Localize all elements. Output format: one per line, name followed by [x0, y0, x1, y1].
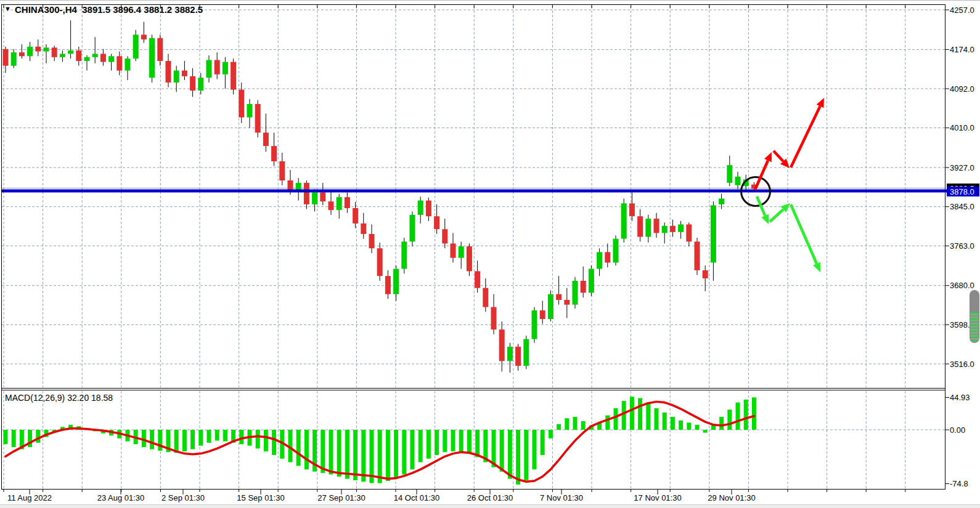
svg-text:29 Nov 01:30: 29 Nov 01:30 — [708, 493, 755, 502]
svg-text:17 Nov 01:30: 17 Nov 01:30 — [634, 493, 681, 502]
symbol-ohlc-title: CHINA300-,H4 3891.5 3896.4 3881.2 3882.5 — [15, 4, 203, 15]
chart-canvas[interactable]: 4257.04174.04092.04010.03927.03845.03763… — [0, 1, 980, 508]
svg-text:11 Aug 2022: 11 Aug 2022 — [7, 493, 52, 502]
hline-price-tag: 3878.0 — [947, 187, 979, 196]
annotation-arrow-bullish[interactable] — [755, 98, 824, 190]
gridlines — [2, 6, 945, 488]
svg-text:0.00: 0.00 — [950, 425, 965, 435]
svg-text:-74.8: -74.8 — [950, 479, 968, 488]
svg-text:4257.0: 4257.0 — [950, 6, 974, 15]
scrollbar-stripes — [970, 312, 979, 342]
scrollbar-thumb[interactable] — [970, 290, 979, 343]
svg-text:3763.0: 3763.0 — [950, 241, 974, 251]
svg-text:3927.0: 3927.0 — [950, 163, 974, 172]
annotation-arrow-bearish[interactable] — [757, 196, 820, 272]
svg-text:3878.0: 3878.0 — [950, 187, 974, 196]
svg-text:3680.0: 3680.0 — [950, 281, 974, 290]
svg-text:26 Oct 01:30: 26 Oct 01:30 — [467, 493, 513, 502]
svg-text:23 Aug 01:30: 23 Aug 01:30 — [97, 493, 145, 502]
svg-text:4174.0: 4174.0 — [950, 45, 974, 54]
date-axis-labels: 11 Aug 202223 Aug 01:302 Sep 01:3015 Sep… — [7, 493, 756, 502]
macd-indicator-label: MACD(12,26,9) 32.20 18.58 — [5, 393, 113, 403]
axis-ticks — [4, 4, 949, 494]
svg-text:4010.0: 4010.0 — [950, 123, 974, 132]
macd-histogram — [4, 397, 756, 485]
svg-text:2 Sep 01:30: 2 Sep 01:30 — [161, 493, 205, 502]
svg-text:3845.0: 3845.0 — [950, 202, 974, 211]
svg-text:44.93: 44.93 — [950, 393, 970, 402]
macd-axis-labels: 44.930.00-74.8 — [950, 393, 970, 488]
chart-window: 4257.04174.04092.04010.03927.03845.03763… — [0, 0, 980, 508]
symbol-dropdown-icon[interactable]: ▼ — [4, 5, 11, 12]
svg-text:15 Sep 01:30: 15 Sep 01:30 — [237, 493, 284, 502]
candlestick-series — [3, 20, 757, 373]
panel-borders — [1, 4, 945, 490]
svg-text:3516.0: 3516.0 — [950, 360, 974, 369]
svg-text:7 Nov 01:30: 7 Nov 01:30 — [540, 493, 583, 502]
svg-text:4092.0: 4092.0 — [950, 84, 974, 94]
window-bottom-edge — [0, 504, 980, 508]
svg-text:27 Sep 01:30: 27 Sep 01:30 — [317, 493, 365, 502]
svg-text:14 Oct 01:30: 14 Oct 01:30 — [394, 493, 439, 502]
